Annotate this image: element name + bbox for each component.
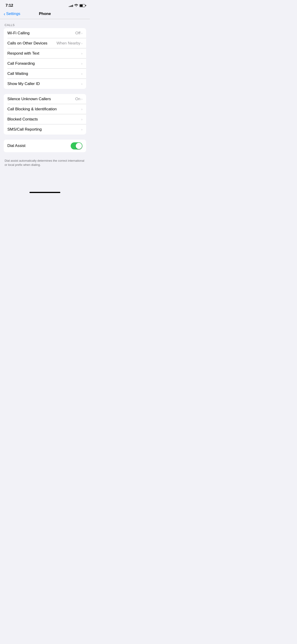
show-caller-id-chevron-icon: › (81, 82, 82, 86)
call-blocking-right: › (81, 107, 82, 111)
silence-unknown-row[interactable]: Silence Unknown Callers On › (4, 94, 86, 104)
status-icons (69, 4, 85, 7)
dial-assist-toggle-container (71, 142, 82, 150)
calls-other-devices-right: When Nearby › (56, 41, 82, 46)
show-caller-id-label: Show My Caller ID (7, 82, 40, 86)
content-area: CALLS Wi-Fi Calling Off › Calls on Other… (0, 19, 90, 190)
section-label-calls: CALLS (0, 19, 90, 28)
home-bar (30, 192, 60, 193)
page-title: Phone (39, 12, 51, 16)
back-label: Settings (6, 12, 20, 16)
silence-unknown-right: On › (75, 97, 82, 101)
call-blocking-label: Call Blocking & Identification (7, 107, 57, 112)
call-waiting-right: › (81, 72, 82, 76)
battery-icon (80, 4, 85, 7)
blocked-contacts-right: › (81, 118, 82, 121)
show-caller-id-row[interactable]: Show My Caller ID › (4, 79, 86, 89)
calls-other-devices-value: When Nearby (56, 41, 80, 46)
respond-text-right: › (81, 52, 82, 55)
wifi-icon (74, 4, 78, 7)
nav-bar: ‹ Settings Phone (0, 10, 90, 19)
dial-assist-settings-group: Dial Assist (4, 140, 86, 152)
calls-other-devices-label: Calls on Other Devices (7, 41, 48, 46)
dial-assist-row[interactable]: Dial Assist (4, 140, 86, 152)
blocked-contacts-row[interactable]: Blocked Contacts › (4, 114, 86, 124)
calls-settings-group: Wi-Fi Calling Off › Calls on Other Devic… (4, 28, 86, 89)
back-button[interactable]: ‹ Settings (4, 12, 20, 16)
blocked-contacts-chevron-icon: › (81, 118, 82, 121)
sms-reporting-right: › (81, 128, 82, 131)
status-time: 7:12 (6, 3, 13, 8)
silence-unknown-value: On (75, 97, 80, 101)
call-waiting-chevron-icon: › (81, 72, 82, 76)
dial-assist-label: Dial Assist (7, 144, 25, 148)
wifi-calling-row[interactable]: Wi-Fi Calling Off › (4, 28, 86, 38)
signal-strength-icon (69, 4, 73, 7)
call-forwarding-chevron-icon: › (81, 62, 82, 66)
blocking-settings-group: Silence Unknown Callers On › Call Blocki… (4, 94, 86, 134)
show-caller-id-right: › (81, 82, 82, 86)
status-bar: 7:12 (0, 0, 90, 10)
sms-reporting-label: SMS/Call Reporting (7, 127, 42, 132)
silence-unknown-label: Silence Unknown Callers (7, 97, 51, 101)
dial-assist-toggle[interactable] (71, 142, 82, 150)
back-chevron-icon: ‹ (4, 12, 5, 16)
call-forwarding-right: › (81, 62, 82, 66)
sms-reporting-chevron-icon: › (81, 128, 82, 131)
wifi-calling-chevron-icon: › (81, 31, 82, 35)
calls-other-devices-chevron-icon: › (81, 42, 82, 45)
wifi-calling-label: Wi-Fi Calling (7, 31, 30, 36)
respond-text-label: Respond with Text (7, 51, 39, 56)
sms-reporting-row[interactable]: SMS/Call Reporting › (4, 124, 86, 134)
home-indicator (0, 190, 90, 194)
call-waiting-label: Call Waiting (7, 72, 28, 76)
call-forwarding-row[interactable]: Call Forwarding › (4, 58, 86, 69)
dial-assist-footer: Dial assist automatically determines the… (0, 157, 90, 172)
wifi-calling-right: Off › (75, 31, 82, 36)
respond-text-row[interactable]: Respond with Text › (4, 48, 86, 58)
toggle-knob (76, 143, 82, 149)
wifi-calling-value: Off (75, 31, 80, 36)
calls-other-devices-row[interactable]: Calls on Other Devices When Nearby › (4, 38, 86, 48)
silence-unknown-chevron-icon: › (81, 97, 82, 101)
call-blocking-chevron-icon: › (81, 107, 82, 111)
call-blocking-row[interactable]: Call Blocking & Identification › (4, 104, 86, 114)
call-waiting-row[interactable]: Call Waiting › (4, 69, 86, 79)
blocked-contacts-label: Blocked Contacts (7, 117, 38, 122)
respond-text-chevron-icon: › (81, 52, 82, 55)
phone-settings-page: 7:12 ‹ Settings (0, 0, 90, 194)
call-forwarding-label: Call Forwarding (7, 61, 35, 66)
